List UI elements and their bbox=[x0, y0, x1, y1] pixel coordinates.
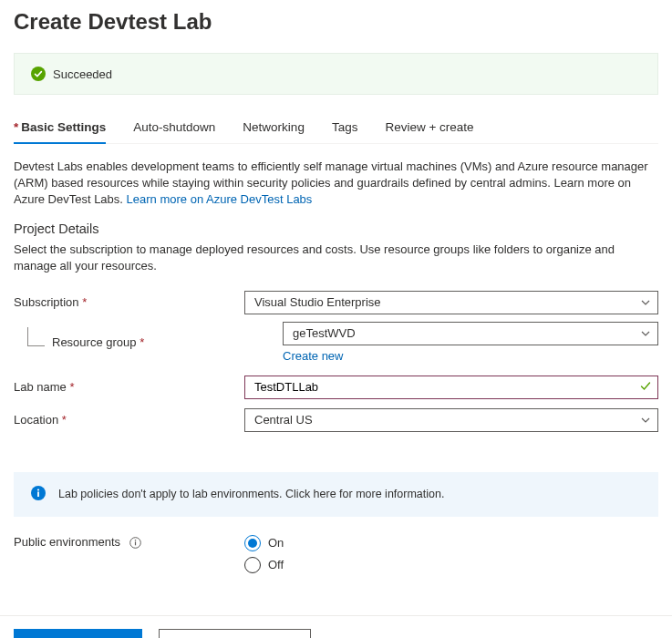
lab-name-input[interactable] bbox=[244, 376, 658, 399]
tab-auto-shutdown[interactable]: Auto-shutdown bbox=[133, 111, 215, 143]
public-env-on-radio[interactable]: On bbox=[244, 535, 658, 551]
review-create-button[interactable]: Review + create bbox=[14, 629, 142, 638]
resource-group-value: geTestWVD bbox=[293, 326, 356, 340]
svg-rect-6 bbox=[135, 541, 136, 545]
chevron-down-icon bbox=[640, 415, 651, 426]
info-banner-text: Lab policies don't apply to lab environm… bbox=[58, 488, 444, 500]
required-indicator: * bbox=[69, 380, 74, 394]
content: Devtest Labs enables development teams t… bbox=[0, 144, 672, 579]
lab-name-label: Lab name * bbox=[14, 380, 244, 394]
svg-rect-3 bbox=[37, 491, 39, 497]
required-indicator: * bbox=[62, 413, 67, 427]
radio-label: On bbox=[268, 536, 284, 550]
tab-review-create[interactable]: Review + create bbox=[385, 111, 473, 143]
required-indicator: * bbox=[14, 120, 18, 134]
success-text: Succeeded bbox=[53, 67, 112, 81]
resource-group-label: Resource group * bbox=[52, 335, 283, 349]
subscription-select[interactable]: Visual Studio Enterprise bbox=[244, 291, 658, 314]
info-banner[interactable]: Lab policies don't apply to lab environm… bbox=[14, 472, 658, 517]
radio-icon bbox=[244, 557, 261, 573]
svg-point-0 bbox=[31, 67, 46, 81]
public-env-label: Public environments bbox=[14, 535, 244, 549]
public-env-off-radio[interactable]: Off bbox=[244, 557, 658, 573]
create-new-rg-link[interactable]: Create new bbox=[283, 349, 343, 363]
project-details-heading: Project Details bbox=[14, 221, 658, 236]
next-auto-shutdown-button[interactable]: Next: Auto-shutdown bbox=[159, 629, 311, 638]
subscription-label: Subscription * bbox=[14, 295, 244, 309]
success-icon bbox=[31, 67, 46, 81]
required-indicator: * bbox=[140, 335, 144, 349]
location-label: Location * bbox=[14, 413, 244, 427]
svg-point-5 bbox=[134, 540, 136, 541]
location-select[interactable]: Central US bbox=[244, 408, 658, 432]
radio-icon bbox=[244, 535, 261, 551]
learn-more-link[interactable]: Learn more on Azure DevTest Labs bbox=[127, 192, 313, 206]
tab-tags[interactable]: Tags bbox=[332, 111, 358, 143]
chevron-down-icon bbox=[640, 297, 651, 308]
info-icon[interactable] bbox=[129, 537, 141, 549]
svg-point-2 bbox=[37, 489, 39, 490]
resource-group-select[interactable]: geTestWVD bbox=[283, 322, 658, 345]
tab-basic-settings[interactable]: *Basic Settings bbox=[14, 111, 106, 143]
page-title: Create Devtest Lab bbox=[0, 0, 672, 53]
info-icon bbox=[31, 486, 46, 503]
tabs: *Basic Settings Auto-shutdown Networking… bbox=[14, 111, 658, 144]
checkmark-icon bbox=[639, 379, 652, 395]
chevron-down-icon bbox=[640, 328, 651, 339]
success-banner: Succeeded bbox=[14, 53, 658, 95]
intro-text: Devtest Labs enables development teams t… bbox=[14, 159, 658, 209]
location-value: Central US bbox=[254, 413, 313, 427]
footer: Review + create Next: Auto-shutdown Down… bbox=[0, 615, 672, 638]
radio-label: Off bbox=[268, 558, 284, 571]
tab-networking[interactable]: Networking bbox=[243, 111, 305, 143]
required-indicator: * bbox=[82, 295, 87, 309]
subscription-value: Visual Studio Enterprise bbox=[254, 295, 381, 309]
tab-label: Basic Settings bbox=[21, 120, 106, 134]
project-details-desc: Select the subscription to manage deploy… bbox=[14, 242, 658, 274]
